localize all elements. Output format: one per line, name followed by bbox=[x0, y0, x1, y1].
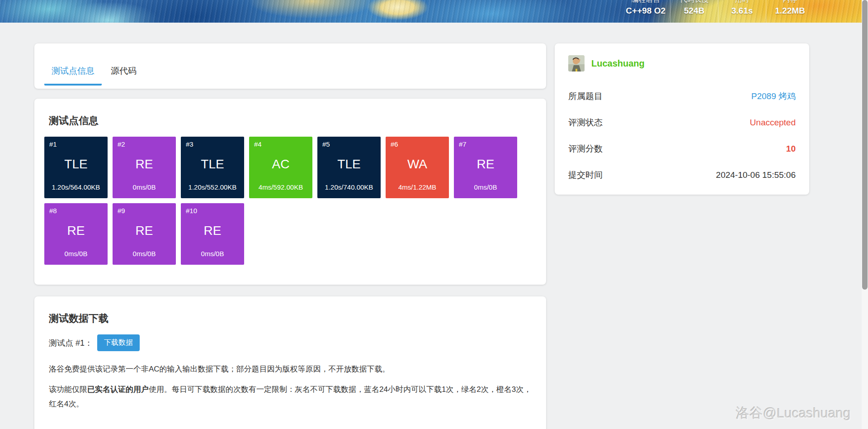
testpoint-card[interactable]: #4AC4ms/592.00KB bbox=[249, 137, 312, 198]
tab-testpoint-info[interactable]: 测试点信息 bbox=[44, 44, 102, 86]
tab-source-code[interactable]: 源代码 bbox=[104, 44, 144, 86]
banner-stat: 内存1.22MB bbox=[766, 0, 814, 23]
banner-stats: 编程语言C++98 O2代码长度524B用时3.61s内存1.22MB bbox=[621, 0, 814, 23]
banner-stat-label: 编程语言 bbox=[626, 0, 665, 5]
info-row-value: 10 bbox=[786, 144, 796, 154]
info-row-label: 所属题目 bbox=[568, 91, 603, 102]
info-row-value: 2024-10-06 15:55:06 bbox=[716, 170, 796, 180]
banner-stat: 用时3.61s bbox=[718, 0, 766, 23]
right-column: Lucashuang 所属题目P2089 烤鸡评测状态Unaccepted评测分… bbox=[555, 23, 809, 429]
testpoint-card[interactable]: #6WA4ms/1.22MB bbox=[386, 137, 449, 198]
submission-info-rows: 所属题目P2089 烤鸡评测状态Unaccepted评测分数10提交时间2024… bbox=[568, 83, 796, 188]
testpoint-card-status: AC bbox=[249, 145, 312, 183]
testpoint-card[interactable]: #5TLE1.20s/740.00KB bbox=[317, 137, 381, 198]
banner-stat-label: 内存 bbox=[771, 0, 809, 5]
banner-stat-value: C++98 O2 bbox=[626, 6, 665, 16]
tabs-panel: 测试点信息 源代码 bbox=[34, 43, 546, 89]
download-panel: 测试数据下载 测试点 #1： 下载数据 洛谷免费提供该记录第一个非AC的输入输出… bbox=[34, 296, 546, 429]
download-panel-title: 测试数据下载 bbox=[49, 312, 532, 325]
testpoint-card-detail: 0ms/0B bbox=[113, 183, 176, 198]
testpoint-card[interactable]: #2RE0ms/0B bbox=[113, 137, 176, 198]
download-note-1: 洛谷免费提供该记录第一个非AC的输入输出数据下载；部分题目因为版权等原因，不开放… bbox=[49, 362, 532, 376]
download-data-button[interactable]: 下载数据 bbox=[97, 334, 140, 351]
testpoint-card-status: TLE bbox=[317, 145, 381, 183]
submission-info-panel: Lucashuang 所属题目P2089 烤鸡评测状态Unaccepted评测分… bbox=[555, 43, 809, 195]
testpoint-card-status: RE bbox=[113, 145, 176, 183]
testpoint-card-status: RE bbox=[181, 212, 244, 250]
banner-stat-label: 代码长度 bbox=[675, 0, 713, 5]
testpoint-card-detail: 1.20s/564.00KB bbox=[44, 183, 108, 198]
main-content: 测试点信息 源代码 测试点信息 #1TLE1.20s/564.00KB#2RE0… bbox=[34, 23, 809, 429]
testpoint-card[interactable]: #9RE0ms/0B bbox=[113, 203, 176, 265]
username[interactable]: Lucashuang bbox=[591, 58, 645, 69]
user-row[interactable]: Lucashuang bbox=[568, 55, 796, 72]
scrollbar-track[interactable] bbox=[862, 0, 868, 429]
testpoint-card-status: RE bbox=[113, 212, 176, 250]
testpoint-card-detail: 0ms/0B bbox=[113, 250, 176, 265]
info-row: 所属题目P2089 烤鸡 bbox=[568, 83, 796, 110]
testpoint-grid: #1TLE1.20s/564.00KB#2RE0ms/0B#3TLE1.20s/… bbox=[44, 137, 536, 265]
download-note-2: 该功能仅限已实名认证的用户使用。每日可下载数据的次数有一定限制：灰名不可下载数据… bbox=[49, 382, 532, 411]
testpoint-card[interactable]: #8RE0ms/0B bbox=[44, 203, 108, 265]
testpoint-card-status: WA bbox=[386, 145, 449, 183]
download-note-2-prefix: 该功能仅限 bbox=[49, 385, 87, 394]
testpoint-card-status: RE bbox=[44, 212, 108, 250]
user-avatar-icon bbox=[568, 55, 585, 72]
testpoint-card[interactable]: #7RE0ms/0B bbox=[454, 137, 517, 198]
testpoint-card-detail: 0ms/0B bbox=[44, 250, 108, 265]
testpoint-card-detail: 0ms/0B bbox=[454, 183, 517, 198]
testpoint-card-status: TLE bbox=[181, 145, 244, 183]
testpoint-card-detail: 4ms/1.22MB bbox=[386, 183, 449, 198]
scrollbar-thumb[interactable] bbox=[862, 0, 868, 290]
left-column: 测试点信息 源代码 测试点信息 #1TLE1.20s/564.00KB#2RE0… bbox=[34, 23, 546, 429]
testpoint-panel: 测试点信息 #1TLE1.20s/564.00KB#2RE0ms/0B#3TLE… bbox=[34, 99, 546, 285]
banner-artwork: 编程语言C++98 O2代码长度524B用时3.61s内存1.22MB bbox=[0, 0, 868, 23]
watermark: 洛谷@Lucashuang bbox=[736, 404, 851, 423]
info-row: 提交时间2024-10-06 15:55:06 bbox=[568, 162, 796, 188]
testpoint-card-status: TLE bbox=[44, 145, 108, 183]
info-row: 评测分数10 bbox=[568, 136, 796, 162]
testpoint-card-detail: 1.20s/552.00KB bbox=[181, 183, 244, 198]
banner-stat: 代码长度524B bbox=[670, 0, 718, 23]
info-row-value[interactable]: P2089 烤鸡 bbox=[751, 91, 796, 102]
banner-stat-value: 524B bbox=[675, 6, 713, 16]
avatar[interactable] bbox=[568, 55, 585, 72]
banner-stat: 编程语言C++98 O2 bbox=[621, 0, 670, 23]
testpoint-card-status: RE bbox=[454, 145, 517, 183]
info-row-label: 评测分数 bbox=[568, 143, 603, 155]
download-row: 测试点 #1： 下载数据 bbox=[49, 334, 532, 351]
banner-stat-value: 1.22MB bbox=[771, 6, 809, 16]
info-row-label: 提交时间 bbox=[568, 169, 603, 181]
banner-stat-label: 用时 bbox=[723, 0, 761, 5]
testpoint-card-detail: 4ms/592.00KB bbox=[249, 183, 312, 198]
download-case-label: 测试点 #1： bbox=[49, 338, 93, 348]
download-note-2-bold: 已实名认证的用户 bbox=[87, 385, 149, 394]
testpoint-card[interactable]: #10RE0ms/0B bbox=[181, 203, 244, 265]
testpoint-card-detail: 0ms/0B bbox=[181, 250, 244, 265]
info-row-label: 评测状态 bbox=[568, 117, 603, 129]
info-row-value: Unaccepted bbox=[750, 118, 796, 128]
testpoint-card[interactable]: #1TLE1.20s/564.00KB bbox=[44, 137, 108, 198]
testpoint-panel-title: 测试点信息 bbox=[49, 114, 536, 128]
info-row: 评测状态Unaccepted bbox=[568, 110, 796, 136]
testpoint-card[interactable]: #3TLE1.20s/552.00KB bbox=[181, 137, 244, 198]
testpoint-card-detail: 1.20s/740.00KB bbox=[317, 183, 381, 198]
banner-stat-value: 3.61s bbox=[723, 6, 761, 16]
